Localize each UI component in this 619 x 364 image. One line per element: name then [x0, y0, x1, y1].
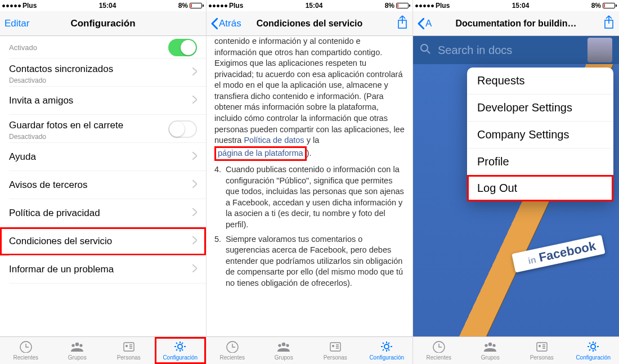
save-photos-switch[interactable]	[168, 120, 197, 138]
row-save-photos[interactable]: Guardar fotos en el carrete Desactivado	[0, 115, 206, 143]
tab-recent[interactable]: Recientes	[413, 337, 465, 364]
signal-dots-icon	[415, 5, 434, 7]
clock-label: 15:04	[306, 2, 323, 10]
row-activated-label: Activado	[9, 43, 168, 52]
clock-label: 15:04	[512, 2, 530, 10]
tab-groups-label: Grupos	[68, 354, 87, 361]
tab-recent[interactable]: Recientes	[207, 337, 258, 364]
page-title: Configuración	[0, 18, 206, 29]
row-contacts[interactable]: Contactos sincronizados Desactivado	[0, 59, 206, 87]
menu-developer-settings[interactable]: Developer Settings	[467, 94, 613, 121]
tab-settings-label: Configuración	[163, 354, 198, 361]
menu-logout[interactable]: Log Out	[467, 175, 613, 201]
chevron-right-icon	[192, 236, 197, 246]
row-invite[interactable]: Invita a amigos	[0, 87, 206, 115]
tab-groups[interactable]: Grupos	[465, 337, 517, 364]
row-third-party-label: Avisos de terceros	[9, 179, 192, 191]
nav-bar: Atrás Condiciones del servicio	[207, 11, 412, 36]
row-report[interactable]: Informar de un problema	[0, 255, 206, 284]
page-title: Documentation for buildin…	[413, 19, 619, 29]
tos-item-5: 5. Siempre valoramos tus comentarios o s…	[214, 234, 405, 289]
status-bar: Plus 15:04 8%	[0, 0, 206, 11]
tab-recent-label: Recientes	[220, 354, 245, 361]
group-icon	[70, 340, 84, 354]
tab-groups-label: Grupos	[275, 354, 293, 361]
menu-company-settings[interactable]: Company Settings	[467, 121, 613, 148]
battery-pct: 8%	[178, 2, 188, 10]
row-privacy[interactable]: Política de privacidad	[0, 199, 206, 227]
share-icon	[397, 15, 408, 30]
gear-icon	[173, 340, 187, 354]
row-report-label: Informar de un problema	[9, 264, 192, 275]
back-button[interactable]: A	[418, 18, 432, 29]
tab-people[interactable]: Personas	[103, 337, 155, 364]
card-icon	[535, 340, 549, 354]
carrier-label: Plus	[23, 2, 37, 10]
user-menu-popover: Requests Developer Settings Company Sett…	[467, 68, 613, 201]
docs-header: Search in docs	[413, 36, 619, 64]
tab-settings[interactable]: Configuración	[155, 337, 207, 364]
tab-people[interactable]: Personas	[516, 337, 568, 364]
row-help-label: Ayuda	[9, 151, 192, 163]
carrier-label: Plus	[229, 2, 243, 10]
row-invite-label: Invita a amigos	[9, 95, 192, 106]
chevron-right-icon	[192, 180, 197, 190]
link-platform-page[interactable]: página de la plataforma	[218, 149, 303, 158]
row-help[interactable]: Ayuda	[0, 143, 206, 171]
activated-switch[interactable]	[168, 39, 197, 56]
avatar[interactable]	[587, 38, 612, 62]
tab-groups[interactable]: Grupos	[52, 337, 104, 364]
gear-icon	[379, 340, 394, 354]
battery-pct: 8%	[591, 2, 601, 10]
search-input[interactable]: Search in docs	[438, 44, 581, 57]
chevron-right-icon	[192, 68, 197, 78]
nav-bar: Editar Configuración	[0, 11, 206, 36]
clock-label: 15:04	[99, 2, 116, 10]
tab-people-label: Personas	[530, 354, 554, 361]
row-contacts-sub: Desactivado	[9, 77, 46, 84]
tab-settings-label: Configuración	[576, 354, 611, 361]
tab-settings[interactable]: Configuración	[568, 337, 620, 364]
link-data-policy[interactable]: Política de datos	[244, 136, 304, 145]
battery-icon	[190, 3, 204, 8]
row-privacy-label: Política de privacidad	[9, 208, 192, 219]
chevron-right-icon	[192, 208, 197, 218]
tab-settings[interactable]: Configuración	[361, 337, 413, 364]
gear-icon	[586, 340, 600, 354]
chevron-left-icon	[418, 18, 424, 29]
row-third-party[interactable]: Avisos de terceros	[0, 171, 206, 199]
tab-groups[interactable]: Grupos	[258, 337, 310, 364]
tos-lead-paragraph: contenido e información y al contenido e…	[214, 36, 405, 161]
clock-icon	[225, 340, 240, 354]
group-icon	[276, 340, 291, 354]
row-activated[interactable]: Activado	[0, 36, 206, 59]
row-save-photos-sub: Desactivado	[9, 133, 46, 141]
back-button[interactable]: Atrás	[211, 18, 241, 29]
signal-dots-icon	[2, 5, 21, 7]
menu-requests[interactable]: Requests	[467, 68, 613, 94]
chevron-right-icon	[192, 96, 197, 106]
share-button[interactable]	[397, 15, 408, 32]
tab-bar: Recientes Grupos Personas Configuración	[413, 336, 619, 364]
tab-groups-label: Grupos	[481, 354, 500, 361]
tab-recent-label: Recientes	[427, 354, 451, 361]
row-contacts-label: Contactos sincronizados	[9, 64, 192, 75]
menu-profile[interactable]: Profile	[467, 148, 613, 175]
card-icon	[122, 340, 136, 354]
tab-recent-label: Recientes	[14, 354, 38, 361]
share-button[interactable]	[603, 15, 614, 32]
chevron-left-icon	[211, 18, 218, 29]
status-bar: Plus 15:04 8%	[413, 0, 619, 11]
tab-recent[interactable]: Recientes	[0, 337, 52, 364]
tab-people[interactable]: Personas	[310, 337, 361, 364]
tab-settings-label: Configuración	[369, 354, 404, 361]
group-icon	[483, 340, 497, 354]
search-icon[interactable]	[420, 43, 431, 57]
tab-bar: Recientes Grupos Personas Configuración	[0, 336, 206, 364]
battery-pct: 8%	[385, 2, 394, 10]
edit-button[interactable]: Editar	[5, 18, 29, 29]
status-bar: Plus 15:04 8%	[207, 0, 412, 11]
tab-bar: Recientes Grupos Personas Configuración	[207, 336, 412, 364]
battery-icon	[603, 3, 617, 8]
row-tos[interactable]: Condiciones del servicio	[0, 227, 206, 255]
